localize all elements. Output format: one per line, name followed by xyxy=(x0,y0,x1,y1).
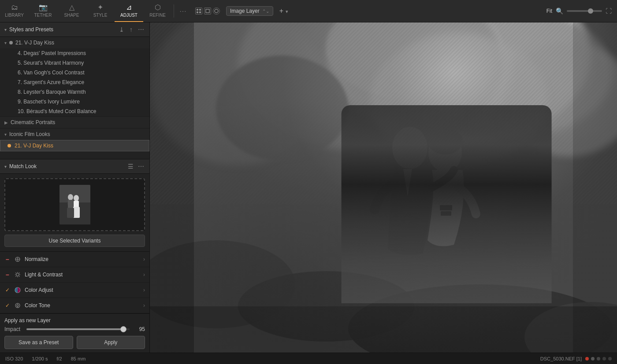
tab-refine[interactable]: ⬡ REFINE xyxy=(143,0,172,22)
status-dot-gray4 xyxy=(608,357,612,360)
status-bar-info: ISO 320 1/200 s f/2 85 mm xyxy=(5,356,85,361)
list-item[interactable]: 9. Baschet's Ivory Lumière xyxy=(0,97,149,107)
svg-rect-3 xyxy=(199,11,201,13)
adj-color-tone-left: ✓ Color Tone xyxy=(4,302,50,309)
match-look-title: Match Look xyxy=(9,163,37,169)
preset-section-vj-group: ▾ 21. V-J Day Kiss 4. Degas' Pastel Impr… xyxy=(0,37,149,117)
match-look-collapse: ▾ xyxy=(4,164,7,169)
match-look-more-button[interactable]: ⋯ xyxy=(137,163,145,170)
tab-library-label: LIBRARY xyxy=(5,13,24,18)
svg-rect-2 xyxy=(197,11,198,13)
tab-style-label: STYLE xyxy=(93,13,108,18)
impact-slider-thumb xyxy=(120,326,126,332)
image-container[interactable] xyxy=(150,22,617,353)
section-collapse-vj: ▾ xyxy=(4,40,7,45)
panel-header-left: ▾ Styles and Presets xyxy=(4,26,53,33)
list-view-icon[interactable] xyxy=(204,7,211,15)
list-item[interactable]: 5. Seurat's Vibrant Harmony xyxy=(0,58,149,68)
svg-rect-14 xyxy=(67,208,74,218)
light-check: – xyxy=(4,272,11,278)
panel-export-button[interactable]: ↑ xyxy=(129,26,134,33)
svg-rect-0 xyxy=(197,9,198,11)
impact-row: Impact 95 xyxy=(4,326,145,332)
preset-item-vj21[interactable]: 21. V-J Day Kiss xyxy=(0,140,149,151)
svg-rect-1 xyxy=(199,9,201,11)
preset-selected-dot xyxy=(7,144,11,147)
list-item[interactable]: 10. Béraud's Muted Cool Balance xyxy=(0,107,149,116)
section-vj-label: 21. V-J Day Kiss xyxy=(15,40,54,46)
preset-section-iconic-header[interactable]: ▾ Iconic Film Looks xyxy=(0,129,149,140)
preset-section-vj-header[interactable]: ▾ 21. V-J Day Kiss xyxy=(0,37,149,48)
section-collapse-iconic: ▾ xyxy=(4,132,7,137)
svg-point-5 xyxy=(215,9,218,13)
preset-section-cinematic-header[interactable]: ▶ Cinematic Portraits xyxy=(0,117,149,128)
adj-normalize[interactable]: – Normalize › xyxy=(0,252,149,267)
panel-import-button[interactable]: ⤓ xyxy=(118,26,125,33)
library-icon: 🗂 xyxy=(11,4,18,11)
normalize-expand: › xyxy=(143,256,145,262)
status-filename: DSC_5030.NEF [1] xyxy=(540,356,582,361)
match-look-panel: ▾ Match Look ☰ ⋯ xyxy=(0,159,149,251)
tab-adjust[interactable]: ⊿ ADJUST xyxy=(115,0,143,22)
adj-color-adjust[interactable]: ✓ Color Adjust › xyxy=(0,283,149,298)
status-shutter: 1/200 s xyxy=(32,356,48,361)
preset-section-cinematic: ▶ Cinematic Portraits xyxy=(0,117,149,129)
status-dots xyxy=(585,357,612,360)
apply-button[interactable]: Apply xyxy=(77,336,145,349)
tab-style[interactable]: ✦ STYLE xyxy=(86,0,115,22)
list-item[interactable]: 4. Degas' Pastel Impressions xyxy=(0,48,149,58)
adj-color-tone[interactable]: ✓ Color Tone › xyxy=(0,298,149,313)
more-options-button[interactable]: ⋯ xyxy=(176,7,190,15)
match-look-header[interactable]: ▾ Match Look ☰ ⋯ xyxy=(0,159,149,174)
tab-tether[interactable]: 📷 TETHER xyxy=(29,0,57,22)
svg-point-29 xyxy=(17,305,19,306)
adj-light-left: – Light xyxy=(4,271,63,278)
save-preset-label: Save as a Preset xyxy=(19,339,59,346)
zoom-slider[interactable] xyxy=(567,10,602,12)
light-expand: › xyxy=(143,272,145,278)
save-preset-button[interactable]: Save as a Preset xyxy=(4,336,73,349)
zoom-search-button[interactable]: 🔍 xyxy=(556,7,563,15)
list-item[interactable]: 8. Leyster's Baroque Warmth xyxy=(0,87,149,97)
layer-selector[interactable]: Image Layer ⌃⌄ xyxy=(226,6,273,16)
impact-label: Impact xyxy=(4,326,22,332)
adj-light-contrast[interactable]: – Light xyxy=(0,267,149,283)
list-item[interactable]: 7. Sargent's Azure Elegance xyxy=(0,77,149,87)
impact-value: 95 xyxy=(134,326,145,332)
match-look-list-button[interactable]: ☰ xyxy=(127,163,134,170)
section-dot xyxy=(9,41,13,44)
tab-library[interactable]: 🗂 LIBRARY xyxy=(0,0,29,22)
color-adjust-label: Color Adjust xyxy=(25,287,53,293)
preset-section-iconic: ▾ Iconic Film Looks 21. V-J Day Kiss xyxy=(0,129,149,152)
layer-view-icons xyxy=(195,7,220,15)
svg-rect-4 xyxy=(206,9,209,13)
section-cinematic-label: Cinematic Portraits xyxy=(11,119,55,125)
grid-view-icon[interactable] xyxy=(195,7,202,15)
adj-color-left: ✓ Color Adjust xyxy=(4,287,53,294)
reference-image-area[interactable] xyxy=(4,178,145,231)
refine-icon: ⬡ xyxy=(155,4,161,11)
color-tone-label: Color Tone xyxy=(25,302,50,309)
layer-selector-label: Image Layer xyxy=(230,8,260,14)
panel-more-button[interactable]: ⋯ xyxy=(137,26,145,33)
impact-slider[interactable] xyxy=(26,328,130,330)
light-contrast-label: Light & Contrast xyxy=(25,272,63,278)
svg-point-12 xyxy=(68,194,73,200)
circle-view-icon[interactable] xyxy=(213,7,220,15)
list-item[interactable]: 6. Van Gogh's Cool Contrast xyxy=(0,68,149,77)
section-iconic-label: Iconic Film Looks xyxy=(9,131,50,137)
use-selected-variants-button[interactable]: Use Selected Variants xyxy=(4,235,145,247)
fullscreen-button[interactable]: ⛶ xyxy=(606,7,612,15)
panel-header-actions: ⤓ ↑ ⋯ xyxy=(118,26,145,33)
action-buttons-row: Save as a Preset Apply xyxy=(4,336,145,349)
fit-controls: Fit 🔍 ⛶ xyxy=(546,7,612,15)
top-toolbar: 🗂 LIBRARY 📷 TETHER △ SHAPE ✦ STYLE ⊿ ADJ… xyxy=(0,0,617,22)
add-layer-button[interactable]: + ▾ xyxy=(277,7,291,15)
tab-tether-label: TETHER xyxy=(34,13,52,18)
preset-scroll-container[interactable]: ▾ 21. V-J Day Kiss 4. Degas' Pastel Impr… xyxy=(0,37,149,159)
svg-line-25 xyxy=(19,273,20,274)
collapse-arrow[interactable]: ▾ xyxy=(4,27,7,32)
tab-shape[interactable]: △ SHAPE xyxy=(57,0,86,22)
preset-vj21-label: 21. V-J Day Kiss xyxy=(15,143,53,149)
layer-selector-arrows: ⌃⌄ xyxy=(262,9,269,14)
